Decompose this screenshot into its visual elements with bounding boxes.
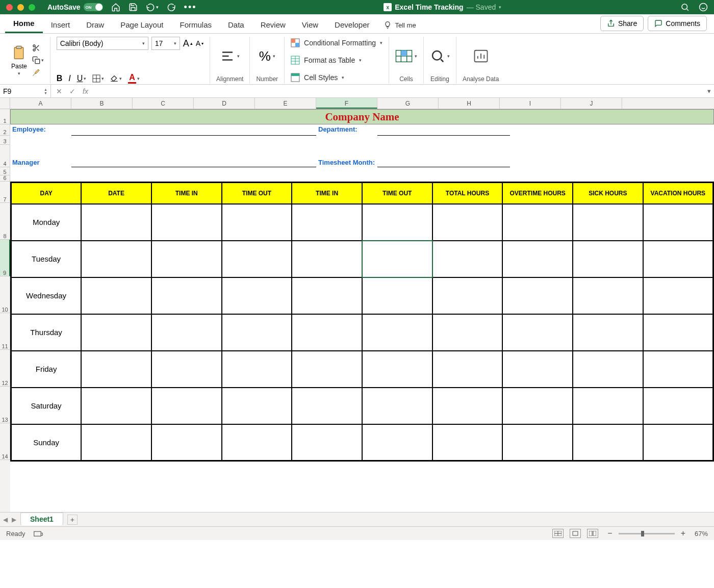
ts-header-0[interactable]: DAY [11, 183, 82, 204]
alignment-button[interactable]: ▾ [220, 48, 240, 64]
ts-header-7[interactable]: OVERTIME HOURS [502, 183, 573, 204]
ts-header-6[interactable]: TOTAL HOURS [432, 183, 503, 204]
col-header-B[interactable]: B [71, 98, 133, 109]
ts-cell[interactable] [573, 204, 643, 241]
employee-input-area[interactable] [71, 124, 316, 136]
col-header-F[interactable]: F [316, 98, 377, 109]
number-format-button[interactable]: %▾ [259, 48, 275, 64]
increase-font-button[interactable]: A▴ [183, 38, 193, 49]
cells-button[interactable]: ▾ [395, 49, 417, 63]
ts-cell[interactable] [362, 277, 432, 314]
ts-cell[interactable]: Sunday [11, 424, 82, 461]
ts-cell[interactable] [432, 241, 503, 277]
ts-cell[interactable] [643, 277, 713, 314]
cell-styles-button[interactable]: Cell Styles▾ [291, 71, 344, 84]
tab-view[interactable]: View [294, 16, 326, 33]
tab-data[interactable]: Data [220, 16, 252, 33]
ts-cell[interactable] [151, 277, 222, 314]
department-input-area[interactable] [377, 124, 510, 136]
ts-cell[interactable]: Monday [11, 204, 82, 241]
bold-button[interactable]: B [57, 74, 63, 83]
ts-header-4[interactable]: TIME IN [292, 183, 362, 204]
ts-cell[interactable] [643, 241, 713, 277]
spreadsheet-grid[interactable]: 1234567891011121314 Company Name Employe… [0, 109, 714, 512]
company-banner[interactable]: Company Name [10, 109, 714, 124]
ts-cell[interactable] [151, 241, 222, 277]
ts-cell[interactable] [292, 277, 362, 314]
ts-cell[interactable] [151, 424, 222, 461]
ts-cell[interactable] [502, 424, 573, 461]
row-header-1[interactable]: 1 [0, 109, 10, 124]
cut-button[interactable] [32, 44, 44, 52]
ts-cell[interactable] [222, 204, 292, 241]
ts-cell[interactable] [643, 388, 713, 424]
ts-cell[interactable] [573, 277, 643, 314]
row-header-11[interactable]: 11 [0, 313, 10, 350]
minimize-window-button[interactable] [17, 4, 24, 11]
timesheet-table[interactable]: DAYDATETIME INTIME OUTTIME INTIME OUTTOT… [10, 182, 714, 462]
ts-header-2[interactable]: TIME IN [151, 183, 222, 204]
format-painter-button[interactable] [32, 68, 44, 76]
border-button[interactable]: ▾ [92, 74, 104, 83]
ts-header-9[interactable]: VACATION HOURS [643, 183, 713, 204]
ts-cell[interactable] [573, 424, 643, 461]
tab-formulas[interactable]: Formulas [171, 16, 220, 33]
undo-icon[interactable]: ▾ [146, 3, 159, 12]
accessibility-icon[interactable] [34, 530, 43, 537]
ts-cell[interactable] [222, 314, 292, 351]
expand-formula-bar-button[interactable]: ▾ [704, 85, 714, 97]
row-header-14[interactable]: 14 [0, 423, 10, 460]
ts-cell[interactable] [573, 351, 643, 388]
ts-cell[interactable] [362, 241, 432, 277]
zoom-slider[interactable] [619, 533, 675, 534]
manager-label[interactable]: Manager [10, 158, 71, 167]
name-box[interactable]: F9 ▲▼ [0, 85, 51, 97]
confirm-formula-button[interactable]: ✓ [69, 87, 75, 95]
ts-cell[interactable] [643, 351, 713, 388]
select-all-corner[interactable] [0, 98, 10, 109]
autosave-control[interactable]: AutoSave ON [47, 3, 103, 11]
ts-cell[interactable] [502, 314, 573, 351]
ts-cell[interactable] [502, 351, 573, 388]
search-icon[interactable] [680, 3, 690, 12]
col-header-E[interactable]: E [255, 98, 316, 109]
cells-area[interactable]: Company Name Employee: Department: Manag… [10, 109, 714, 512]
ts-cell[interactable]: Friday [11, 351, 82, 388]
sheet-nav-prev[interactable]: ◀ [3, 516, 8, 523]
ts-cell[interactable] [502, 204, 573, 241]
ts-header-3[interactable]: TIME OUT [222, 183, 292, 204]
ts-cell[interactable] [81, 388, 151, 424]
ts-cell[interactable] [222, 351, 292, 388]
employee-label[interactable]: Employee: [10, 124, 71, 136]
tab-review[interactable]: Review [252, 16, 294, 33]
sheet-nav-next[interactable]: ▶ [12, 516, 16, 523]
ts-cell[interactable]: Saturday [11, 388, 82, 424]
row-header-10[interactable]: 10 [0, 276, 10, 313]
tab-developer[interactable]: Developer [326, 16, 377, 33]
ts-cell[interactable] [81, 314, 151, 351]
paste-button[interactable]: Paste ▾ [11, 44, 27, 76]
ts-cell[interactable] [573, 388, 643, 424]
ts-cell[interactable] [362, 351, 432, 388]
ts-cell[interactable] [362, 424, 432, 461]
font-color-button[interactable]: A▾ [128, 73, 140, 84]
ts-cell[interactable] [432, 204, 503, 241]
formula-input[interactable] [93, 85, 704, 97]
format-as-table-button[interactable]: Format as Table▾ [291, 54, 362, 66]
col-header-C[interactable]: C [133, 98, 194, 109]
ts-cell[interactable] [502, 388, 573, 424]
ts-cell[interactable] [502, 241, 573, 277]
font-size-combo[interactable]: 17▾ [151, 37, 180, 50]
ts-cell[interactable] [432, 351, 503, 388]
zoom-in-button[interactable]: + [679, 529, 687, 538]
ts-header-8[interactable]: SICK HOURS [573, 183, 643, 204]
row-header-4[interactable]: 4 [0, 145, 10, 167]
cancel-formula-button[interactable]: ✕ [56, 87, 62, 95]
ts-cell[interactable] [432, 314, 503, 351]
row-header-9[interactable]: 9 [0, 240, 10, 276]
ts-cell[interactable] [222, 388, 292, 424]
redo-icon[interactable] [167, 3, 176, 12]
more-icon[interactable]: ••• [184, 2, 197, 13]
ts-cell[interactable] [81, 424, 151, 461]
ts-cell[interactable] [292, 351, 362, 388]
